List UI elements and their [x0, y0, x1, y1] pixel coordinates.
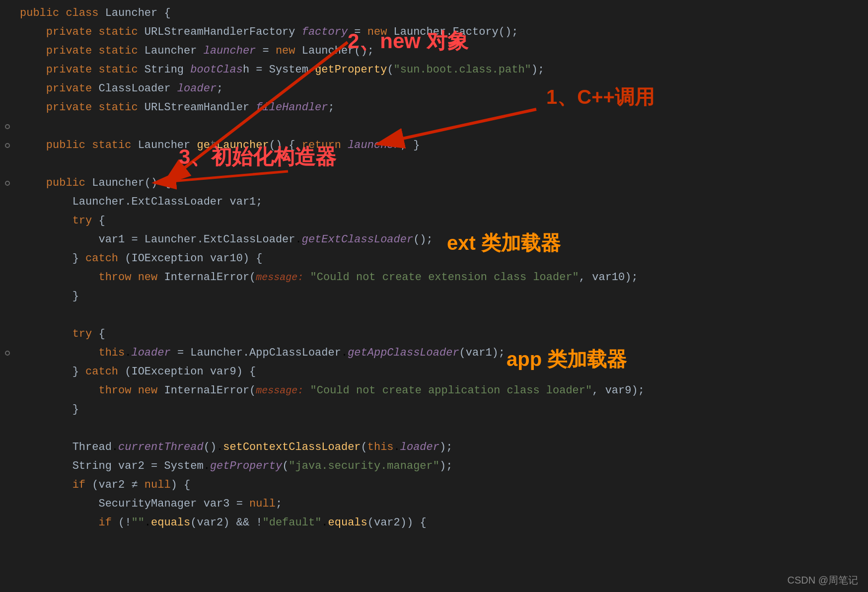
- line-content-18: try {: [15, 325, 858, 344]
- code-line-13: var1 = Launcher.ExtClassLoader.getExtCla…: [0, 230, 868, 249]
- code-line-3: private static Launcher launcher = new L…: [0, 42, 868, 61]
- line-content-10: public Launcher() {: [15, 174, 858, 193]
- line-content-11: Launcher.ExtClassLoader var1;: [15, 193, 858, 212]
- code-line-6: private static URLStreamHandler fileHand…: [0, 98, 868, 117]
- gutter-19: [0, 351, 15, 356]
- line-content-14: } catch (IOException var10) {: [15, 249, 858, 268]
- code-line-9: [0, 155, 868, 174]
- code-line-19: this.loader = Launcher.AppClassLoader.ge…: [0, 344, 868, 363]
- code-line-10: public Launcher() {: [0, 174, 868, 193]
- code-line-20: } catch (IOException var9) {: [0, 363, 868, 381]
- code-line-2: private static URLStreamHandlerFactory f…: [0, 23, 868, 42]
- line-content-1: public class Launcher {: [15, 4, 858, 23]
- gutter-7: [0, 124, 15, 129]
- code-line-4: private static String bootClash = System…: [0, 61, 868, 79]
- code-line-23: [0, 419, 868, 438]
- line-content-28: if (!"".equals(var2) && !"default".equal…: [15, 514, 858, 532]
- code-line-28: if (!"".equals(var2) && !"default".equal…: [0, 514, 868, 532]
- line-content-5: private ClassLoader loader;: [15, 79, 858, 98]
- line-content-24: Thread.currentThread().setContextClassLo…: [15, 438, 858, 457]
- line-content-16: }: [15, 287, 858, 306]
- gutter-10: [0, 181, 15, 186]
- code-line-17: [0, 306, 868, 325]
- line-content-6: private static URLStreamHandler fileHand…: [15, 98, 858, 117]
- code-line-25: String var2 = System.getProperty("java.s…: [0, 457, 868, 476]
- line-content-25: String var2 = System.getProperty("java.s…: [15, 457, 858, 476]
- line-content-15: throw new InternalError(message: "Could …: [15, 268, 858, 287]
- code-line-24: Thread.currentThread().setContextClassLo…: [0, 438, 868, 457]
- line-content-8: public static Launcher getLauncher() { r…: [15, 136, 858, 155]
- line-content-19: this.loader = Launcher.AppClassLoader.ge…: [15, 344, 858, 363]
- code-line-5: private ClassLoader loader;: [0, 79, 868, 98]
- line-content-27: SecurityManager var3 = null;: [15, 495, 858, 514]
- line-content-12: try {: [15, 212, 858, 230]
- code-line-16: }: [0, 287, 868, 306]
- code-line-21: throw new InternalError(message: "Could …: [0, 381, 868, 400]
- code-line-22: }: [0, 400, 868, 419]
- code-line-8: public static Launcher getLauncher() { r…: [0, 136, 868, 155]
- watermark: CSDN @周笔记: [787, 574, 858, 587]
- line-content-21: throw new InternalError(message: "Could …: [15, 381, 858, 400]
- code-line-12: try {: [0, 212, 868, 230]
- code-line-15: throw new InternalError(message: "Could …: [0, 268, 868, 287]
- line-content-2: private static URLStreamHandlerFactory f…: [15, 23, 858, 42]
- line-content-22: }: [15, 400, 858, 419]
- code-line-14: } catch (IOException var10) {: [0, 249, 868, 268]
- code-container: public class Launcher { private static U…: [0, 0, 868, 592]
- line-content-3: private static Launcher launcher = new L…: [15, 42, 858, 61]
- line-content-26: if (var2 ≠ null) {: [15, 476, 858, 495]
- line-content-20: } catch (IOException var9) {: [15, 363, 858, 381]
- code-line-1: public class Launcher {: [0, 4, 868, 23]
- code-line-18: try {: [0, 325, 868, 344]
- code-line-27: SecurityManager var3 = null;: [0, 495, 868, 514]
- code-line-26: if (var2 ≠ null) {: [0, 476, 868, 495]
- code-line-7: [0, 117, 868, 136]
- line-content-13: var1 = Launcher.ExtClassLoader.getExtCla…: [15, 230, 858, 249]
- code-line-11: Launcher.ExtClassLoader var1;: [0, 193, 868, 212]
- gutter-8: [0, 143, 15, 148]
- line-content-4: private static String bootClash = System…: [15, 61, 858, 79]
